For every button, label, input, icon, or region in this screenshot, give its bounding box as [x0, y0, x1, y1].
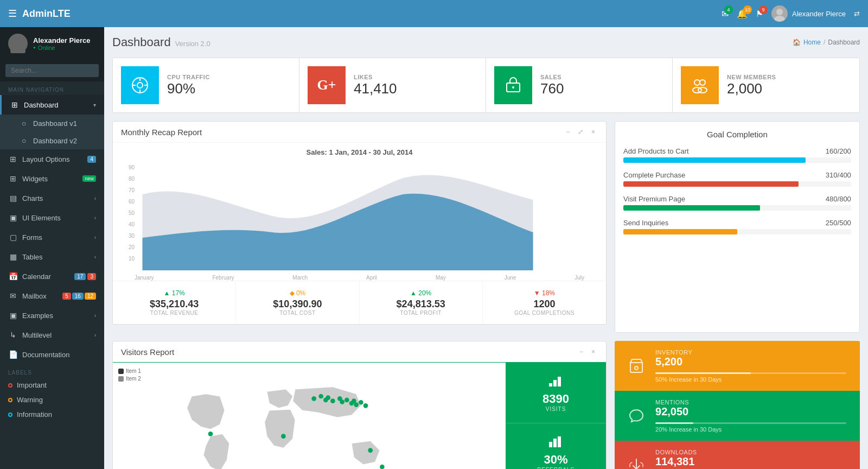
referrals-value: 30% — [514, 453, 598, 467]
label-warning[interactable]: Warning — [0, 392, 104, 407]
chevron-icon: › — [94, 313, 96, 319]
information-dot — [8, 413, 12, 417]
svg-rect-35 — [558, 377, 561, 386]
sidebar-item-label: Forms — [22, 233, 94, 242]
sidebar-item-mailbox[interactable]: ✉ Mailbox 5 16 12 — [0, 286, 104, 306]
goal-item-premium: Visit Premium Page 480/800 — [623, 195, 851, 211]
stat-box-likes[interactable]: G+ LIKES 41,410 — [299, 58, 486, 112]
sidebar-user-info: Alexander Pierce Online — [33, 36, 91, 51]
chart-svg-container: JanuaryFebruaryMarchAprilMayJuneJuly — [118, 162, 601, 281]
sidebar-item-charts[interactable]: ▤ Charts › — [0, 188, 104, 208]
svg-point-28 — [363, 403, 368, 408]
legend-label-2: Item 2 — [126, 376, 141, 382]
sidebar-item-label: Widgets — [22, 175, 82, 183]
svg-point-32 — [380, 465, 385, 469]
svg-point-17 — [318, 394, 323, 399]
sidebar-user-name: Alexander Pierce — [33, 36, 91, 45]
members-value: 2,000 — [727, 80, 776, 97]
flag-icon-btn[interactable]: ⚑ 9 — [756, 9, 763, 19]
goal-item-header: Send Inquiries 250/500 — [623, 219, 851, 227]
sidebar-search-area — [0, 60, 104, 81]
chart-area: 908070605040302010 Januar — [118, 162, 601, 281]
world-map-svg — [118, 368, 500, 469]
cpu-icon-box — [121, 66, 159, 104]
visitors-minimize-btn[interactable]: − — [577, 347, 586, 357]
sidebar-item-tables[interactable]: ▦ Tables › — [0, 247, 104, 267]
sidebar-item-dashboard-v2[interactable]: ○ Dashboard v2 — [0, 132, 104, 149]
sidebar-item-dashboard[interactable]: ⊞ Dashboard ▾ — [0, 95, 104, 115]
sidebar-item-examples[interactable]: ▣ Examples › — [0, 306, 104, 325]
goal-value: 310/400 — [826, 171, 851, 179]
sidebar-item-dashboard-v1[interactable]: ○ Dashboard v1 — [0, 115, 104, 132]
inventory-bar-fill — [655, 372, 751, 374]
legend-item-1: Item 1 — [118, 368, 141, 374]
mentions-icon — [623, 402, 650, 429]
inventory-body: INVENTORY 5,200 50% Increase in 30 Days — [650, 349, 852, 383]
likes-icon-box: G+ — [308, 66, 346, 104]
expand-button[interactable]: ⤢ — [575, 127, 586, 137]
chevron-icon: › — [94, 254, 96, 260]
calendar-badge1: 17 — [74, 273, 86, 280]
user-menu[interactable]: Alexander Pierce — [771, 5, 846, 22]
sidebar-item-forms[interactable]: ▢ Forms › — [0, 227, 104, 247]
svg-rect-33 — [549, 383, 552, 386]
stat-box-cpu[interactable]: CPU TRAFFIC 90% — [113, 58, 299, 112]
cpu-stat-info: CPU TRAFFIC 90% — [167, 74, 210, 97]
stat-box-members[interactable]: NEW MEMBERS 2,000 — [673, 58, 859, 112]
mail-icon-btn[interactable]: ✉ 4 — [722, 9, 729, 19]
monthly-report-title: Monthly Recap Report — [121, 128, 202, 137]
breadcrumb: 🏠 Home / Dashboard — [793, 39, 860, 46]
sidebar-item-layout[interactable]: ⊞ Layout Options 4 — [0, 149, 104, 169]
goal-section: Goal Completion Add Products to Cart 160… — [615, 122, 859, 251]
sidebar-item-widgets[interactable]: ⊞ Widgets new — [0, 169, 104, 188]
user-name: Alexander Pierce — [792, 10, 846, 18]
svg-rect-37 — [553, 439, 557, 447]
label-information[interactable]: Information — [0, 407, 104, 422]
goals-amount: 1200 — [491, 299, 598, 310]
goal-label: Send Inquiries — [623, 219, 668, 227]
svg-point-1 — [774, 16, 785, 22]
visitors-stats-panel: 8390 VISITS 30% REFERRALS — [506, 363, 606, 469]
sidebar-item-multilevel[interactable]: ↳ Multilevel › — [0, 325, 104, 345]
calendar-icon: 📅 — [8, 272, 18, 281]
search-input[interactable] — [5, 64, 99, 77]
revenue-desc: TOTAL REVENUE — [121, 310, 227, 316]
legend-label-1: Item 1 — [126, 368, 141, 374]
breadcrumb-home[interactable]: Home — [803, 39, 821, 46]
sidebar-item-docs[interactable]: 📄 Documentation — [0, 345, 104, 364]
info-card-mentions[interactable]: MENTIONS 92,050 20% Increase in 30 Days — [615, 391, 860, 441]
info-card-inventory[interactable]: INVENTORY 5,200 50% Increase in 30 Days — [615, 341, 860, 391]
label-important[interactable]: Important — [0, 378, 104, 392]
members-label: NEW MEMBERS — [727, 74, 776, 80]
mail-badge: 4 — [724, 5, 733, 14]
visitors-close-btn[interactable]: × — [589, 347, 598, 357]
flag-badge: 9 — [759, 5, 768, 14]
likes-value: 41,410 — [354, 80, 397, 97]
share-icon[interactable]: ⇄ — [854, 10, 860, 18]
goal-bar — [623, 229, 851, 234]
user-avatar — [771, 5, 788, 22]
sidebar-item-label: Examples — [22, 312, 94, 320]
minimize-button[interactable]: − — [563, 127, 572, 137]
goal-item-header: Add Products to Cart 160/200 — [623, 147, 851, 155]
goal-title: Goal Completion — [623, 130, 851, 139]
legend-item-2: Item 2 — [118, 376, 141, 382]
sidebar-item-calendar[interactable]: 📅 Calendar 17 3 — [0, 267, 104, 286]
stat-cost: ◆ 0% $10,390.90 TOTAL COST — [236, 281, 359, 324]
revenue-change: ▲ 17% — [121, 289, 227, 297]
sidebar-item-label: Calendar — [22, 272, 74, 281]
sidebar-item-ui[interactable]: ▣ UI Elements › — [0, 208, 104, 227]
visits-value: 8390 — [514, 392, 598, 406]
revenue-amount: $35,210.43 — [121, 299, 227, 310]
goal-bar — [623, 181, 851, 187]
svg-point-11 — [512, 86, 514, 88]
stat-box-sales[interactable]: SALES 760 — [486, 58, 673, 112]
info-card-downloads[interactable]: DOWNLOADS 114,381 70% Increase in 30 Day… — [615, 441, 860, 469]
layout-badge: 4 — [87, 156, 96, 163]
bell-icon-btn[interactable]: 🔔 10 — [737, 9, 748, 19]
sidebar-toggle[interactable]: ☰ — [8, 8, 17, 20]
breadcrumb-sep: / — [824, 39, 825, 46]
close-button[interactable]: × — [589, 127, 598, 137]
mentions-value: 92,050 — [655, 405, 846, 418]
svg-point-16 — [311, 396, 316, 401]
